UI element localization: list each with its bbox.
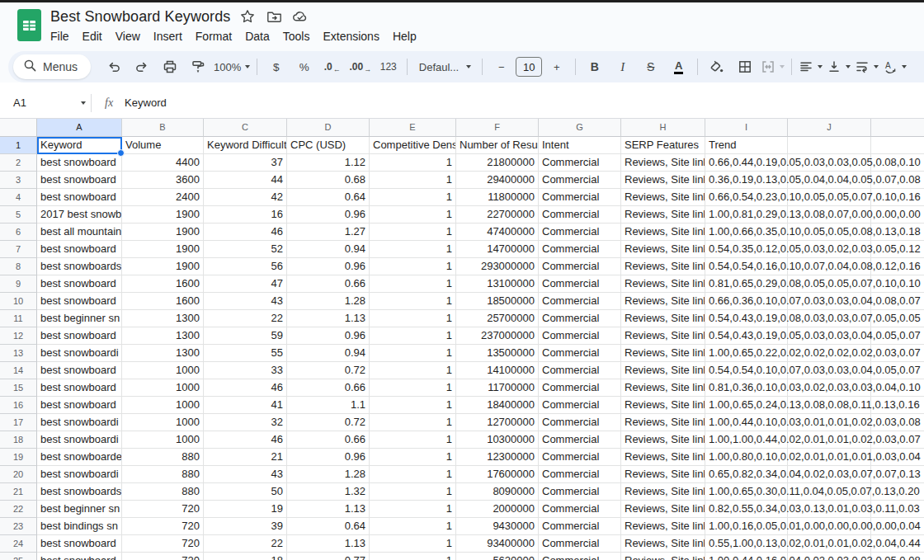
cell-G25[interactable]: Commercial (539, 553, 621, 560)
italic-button[interactable]: I (609, 55, 636, 78)
cell-A13[interactable]: best snowboardi (37, 345, 122, 362)
cell-D10[interactable]: 1.28 (287, 293, 370, 310)
cell-B15[interactable]: 1000 (122, 379, 204, 397)
cell-H13[interactable]: Reviews, Site links (621, 345, 705, 362)
cell-A2[interactable]: best snowboard (37, 154, 122, 172)
cell-D15[interactable]: 0.66 (287, 379, 370, 397)
cell-D14[interactable]: 0.72 (287, 362, 370, 379)
cell-E1[interactable]: Competitive Density (370, 137, 456, 154)
cell-D22[interactable]: 1.13 (287, 501, 370, 518)
cell-B3[interactable]: 3600 (122, 172, 204, 189)
cell-I9[interactable]: 0.81,0.65,0.29,0.08,0.05,0.05,0.07,0.10,… (705, 275, 788, 293)
cell-A6[interactable]: best all mountain (37, 224, 122, 241)
menu-file[interactable]: File (44, 27, 76, 45)
cell-G9[interactable]: Commercial (539, 275, 621, 293)
cell-I3[interactable]: 0.36,0.19,0.13,0.05,0.04,0.04,0.05,0.07,… (705, 172, 788, 189)
cell-G22[interactable]: Commercial (539, 501, 621, 518)
cell-C21[interactable]: 50 (204, 483, 287, 501)
cell-G24[interactable]: Commercial (539, 535, 621, 553)
horizontal-align-button[interactable] (797, 55, 824, 78)
cell-C24[interactable]: 22 (204, 535, 287, 553)
row-header-16[interactable]: 16 (0, 397, 37, 414)
cell-H11[interactable]: Reviews, Site links (621, 310, 705, 327)
cell-F16[interactable]: 18400000 (456, 397, 539, 414)
row-header-2[interactable]: 2 (0, 154, 37, 172)
cell-B2[interactable]: 4400 (122, 154, 204, 172)
cell-G15[interactable]: Commercial (539, 379, 621, 397)
cell-F4[interactable]: 11800000 (456, 189, 539, 206)
cell-H5[interactable]: Reviews, Site links (621, 206, 705, 224)
cell-E10[interactable]: 1 (370, 293, 456, 310)
decrease-decimal-button[interactable]: .0← (318, 55, 346, 78)
cell-I1[interactable]: Trend (705, 137, 788, 154)
cell-C11[interactable]: 22 (204, 310, 287, 327)
cell-H10[interactable]: Reviews, Site links (621, 293, 705, 310)
cell-G19[interactable]: Commercial (539, 449, 621, 466)
cell-G1[interactable]: Intent (539, 137, 621, 154)
cell-C8[interactable]: 56 (204, 258, 287, 275)
cell-J1[interactable] (788, 137, 871, 154)
cell-I13[interactable]: 1.00,0.65,0.22,0.02,0.02,0.02,0.02,0.03,… (705, 345, 788, 362)
zoom-select[interactable]: 100% (212, 55, 252, 78)
row-header-14[interactable]: 14 (0, 362, 37, 379)
cell-F17[interactable]: 12700000 (456, 414, 539, 431)
menu-help[interactable]: Help (386, 27, 423, 45)
fill-color-button[interactable] (703, 55, 730, 78)
row-header-22[interactable]: 22 (0, 501, 37, 518)
column-header-E[interactable]: E (370, 119, 456, 137)
formula-input[interactable]: Keyword (125, 96, 167, 109)
sheets-logo-icon[interactable] (17, 9, 41, 45)
text-wrap-button[interactable] (853, 55, 880, 78)
cell-A23[interactable]: best bindings sn (37, 518, 122, 535)
print-button[interactable] (156, 55, 183, 78)
cell-E19[interactable]: 1 (370, 449, 456, 466)
row-header-19[interactable]: 19 (0, 449, 37, 466)
cell-F11[interactable]: 25700000 (456, 310, 539, 327)
move-to-folder-icon[interactable] (265, 7, 283, 26)
cell-I19[interactable]: 1.00,0.80,0.10,0.02,0.01,0.01,0.01,0.03,… (705, 449, 788, 466)
cell-A20[interactable]: best snowboardi (37, 466, 122, 483)
cell-C19[interactable]: 21 (204, 449, 287, 466)
cell-C22[interactable]: 19 (204, 501, 287, 518)
cell-I17[interactable]: 1.00,0.44,0.10,0.03,0.01,0.01,0.02,0.03,… (705, 414, 788, 431)
cell-F10[interactable]: 18500000 (456, 293, 539, 310)
column-header-K[interactable]: K (871, 119, 924, 137)
row-header-7[interactable]: 7 (0, 241, 37, 258)
format-currency-button[interactable]: $ (262, 55, 290, 78)
cell-E16[interactable]: 1 (370, 397, 456, 414)
decrease-font-size-button[interactable]: − (488, 55, 515, 78)
cell-H15[interactable]: Reviews, Site links (621, 379, 705, 397)
row-header-15[interactable]: 15 (0, 379, 37, 397)
cell-D24[interactable]: 1.13 (287, 535, 370, 553)
row-header-21[interactable]: 21 (0, 483, 37, 501)
merge-cells-button[interactable] (759, 55, 786, 78)
cell-B4[interactable]: 2400 (122, 189, 204, 206)
bold-button[interactable]: B (581, 55, 608, 78)
row-header-8[interactable]: 8 (0, 258, 37, 275)
cell-B13[interactable]: 1300 (122, 345, 204, 362)
increase-decimal-button[interactable]: .00→ (346, 55, 374, 78)
cell-A16[interactable]: best snowboard (37, 397, 122, 414)
cell-F15[interactable]: 11700000 (456, 379, 539, 397)
select-all-corner[interactable] (0, 119, 37, 137)
menu-view[interactable]: View (109, 27, 147, 45)
cell-I8[interactable]: 0.54,0.54,0.16,0.10,0.07,0.04,0.08,0.12,… (705, 258, 788, 275)
cell-A21[interactable]: best snowboards (37, 483, 122, 501)
cell-A22[interactable]: best beginner sn (37, 501, 122, 518)
cell-E24[interactable]: 1 (370, 535, 456, 553)
cell-D18[interactable]: 0.66 (287, 431, 370, 449)
column-header-D[interactable]: D (287, 119, 370, 137)
borders-button[interactable] (731, 55, 758, 78)
document-title[interactable]: Best Snowboard Keywords (50, 8, 230, 26)
cell-C13[interactable]: 55 (204, 345, 287, 362)
cell-D3[interactable]: 0.68 (287, 172, 370, 189)
cell-D19[interactable]: 0.96 (287, 449, 370, 466)
cell-I11[interactable]: 0.54,0.43,0.19,0.08,0.03,0.03,0.07,0.05,… (705, 310, 788, 327)
menu-edit[interactable]: Edit (76, 27, 109, 45)
cell-H23[interactable]: Reviews, Site links (621, 518, 705, 535)
cell-H4[interactable]: Reviews, Site links (621, 189, 705, 206)
column-header-I[interactable]: I (705, 119, 788, 137)
cell-H20[interactable]: Reviews, Site links (621, 466, 705, 483)
cell-I18[interactable]: 1.00,1.00,0.44,0.02,0.01,0.01,0.02,0.03,… (705, 431, 788, 449)
format-percent-button[interactable]: % (290, 55, 318, 78)
